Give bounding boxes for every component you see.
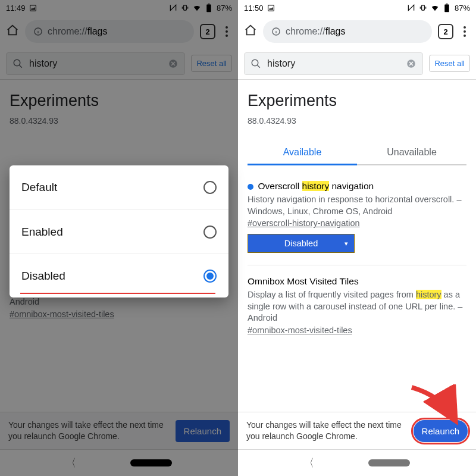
- radio-selected-icon: [203, 270, 217, 283]
- home-icon[interactable]: [6, 24, 19, 39]
- wifi-icon: [431, 4, 439, 12]
- menu-icon[interactable]: [221, 26, 232, 37]
- page-content: Experiments 88.0.4324.93 Available Unava…: [238, 80, 476, 335]
- clock: 11:49: [6, 4, 26, 12]
- relaunch-message: Your changes will take effect the next t…: [246, 419, 408, 442]
- address-bar[interactable]: chrome://flags: [263, 20, 432, 43]
- tabs: Available Unavailable: [248, 141, 466, 165]
- tab-unavailable[interactable]: Unavailable: [357, 141, 466, 164]
- flag-omnibox: Omnibox Most Visited Tiles Display a lis…: [248, 276, 466, 335]
- flag-overscroll: Overscroll history navigation History na…: [248, 181, 466, 253]
- annotation-underline: [20, 293, 215, 294]
- svg-rect-9: [444, 4, 449, 12]
- battery-text: 87%: [455, 4, 470, 12]
- svg-rect-2: [206, 4, 211, 12]
- browser-toolbar: chrome://flags 2: [238, 15, 476, 48]
- option-disabled[interactable]: Disabled: [10, 253, 228, 298]
- version-text: 88.0.4324.93: [10, 116, 228, 126]
- flag-hash[interactable]: #omnibox-most-visited-tiles: [248, 325, 466, 335]
- radio-icon: [203, 226, 217, 239]
- search-icon: [250, 58, 261, 69]
- svg-rect-0: [30, 5, 36, 11]
- nfc-icon: [169, 4, 177, 12]
- battery-text: 87%: [217, 4, 232, 12]
- nfc-icon: [407, 4, 415, 12]
- option-default[interactable]: Default: [10, 165, 228, 209]
- home-pill[interactable]: [130, 459, 172, 466]
- picture-icon: [29, 4, 37, 12]
- browser-toolbar: chrome://flags 2: [0, 15, 238, 48]
- info-icon: [271, 27, 281, 36]
- wifi-icon: [193, 4, 201, 12]
- back-icon[interactable]: 〈: [305, 456, 314, 470]
- back-icon[interactable]: 〈: [67, 456, 76, 470]
- info-icon: [33, 27, 43, 36]
- address-bar[interactable]: chrome://flags: [25, 20, 194, 43]
- vibrate-icon: [181, 4, 189, 12]
- modified-dot-icon: [248, 184, 253, 190]
- reset-all-button[interactable]: Reset all: [191, 55, 232, 72]
- svg-rect-1: [184, 5, 187, 10]
- search-row: history Reset all: [0, 48, 238, 80]
- status-bar: 11:49 87%: [0, 0, 238, 15]
- flag-hash[interactable]: #omnibox-most-visited-tiles: [10, 309, 228, 319]
- svg-rect-3: [208, 4, 209, 5]
- search-row: history Reset all: [238, 48, 476, 80]
- radio-icon: [203, 181, 217, 194]
- clear-icon[interactable]: [168, 58, 178, 69]
- tab-count-button[interactable]: 2: [200, 24, 215, 39]
- flag-title: Omnibox Most Visited Tiles: [248, 276, 359, 286]
- search-input[interactable]: history: [6, 52, 185, 75]
- battery-icon: [443, 4, 451, 12]
- search-term: history: [267, 58, 400, 69]
- android-navbar: 〈: [0, 450, 238, 476]
- search-term: history: [29, 58, 162, 69]
- battery-icon: [205, 4, 213, 12]
- relaunch-bar: Your changes will take effect the next t…: [0, 412, 238, 450]
- version-text: 88.0.4324.93: [248, 116, 466, 126]
- svg-rect-8: [422, 5, 425, 10]
- relaunch-message: Your changes will take effect the next t…: [8, 419, 170, 442]
- home-pill[interactable]: [368, 459, 410, 466]
- svg-rect-10: [446, 4, 447, 5]
- menu-icon[interactable]: [459, 26, 470, 37]
- svg-rect-7: [268, 5, 274, 11]
- search-icon: [12, 58, 23, 69]
- pane-right: 11:50 87% chrome://flags 2 history: [238, 0, 476, 476]
- search-input[interactable]: history: [244, 52, 423, 75]
- flag-title: Overscroll history navigation: [258, 181, 374, 191]
- reset-all-button[interactable]: Reset all: [429, 55, 470, 72]
- tab-available[interactable]: Available: [248, 141, 357, 165]
- flag-desc: History navigation in response to horizo…: [248, 194, 466, 217]
- status-bar: 11:50 87%: [238, 0, 476, 15]
- annotation-arrow-icon: [406, 384, 465, 432]
- android-navbar: 〈: [238, 450, 476, 476]
- home-icon[interactable]: [244, 24, 257, 39]
- svg-point-5: [14, 60, 20, 66]
- clear-icon[interactable]: [406, 58, 416, 69]
- tab-count-button[interactable]: 2: [438, 24, 453, 39]
- page-title: Experiments: [10, 92, 228, 110]
- option-enabled[interactable]: Enabled: [10, 209, 228, 253]
- relaunch-button[interactable]: Relaunch: [176, 420, 230, 442]
- clock: 11:50: [244, 4, 264, 12]
- svg-point-12: [252, 60, 258, 66]
- flag-hash[interactable]: #overscroll-history-navigation: [248, 218, 466, 228]
- page-title: Experiments: [248, 92, 466, 110]
- vibrate-icon: [419, 4, 427, 12]
- picture-icon: [267, 4, 275, 12]
- divider: [248, 265, 466, 265]
- flag-desc: Display a list of frquently visited page…: [248, 289, 466, 324]
- dropdown-dialog: Default Enabled Disabled: [10, 165, 228, 298]
- pane-left: 11:49 87% chrome://flags 2 history: [0, 0, 238, 476]
- flag-state-select[interactable]: Disabled: [248, 234, 355, 253]
